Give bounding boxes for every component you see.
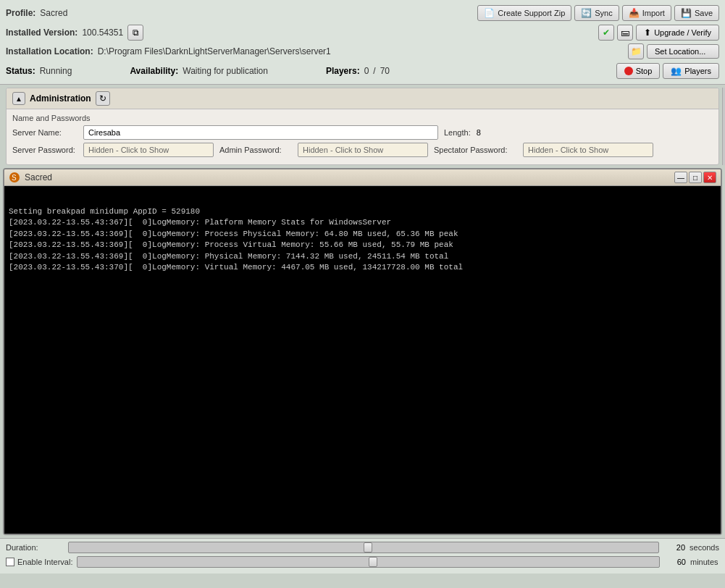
duration-value: 20 [663, 543, 685, 552]
upgrade-verify-label: Upgrade / Verify [654, 28, 711, 37]
toolbar-row: Profile: Sacred 📄 Create Support Zip 🔄 S… [6, 3, 719, 23]
spectator-password-label: Spectator Password: [434, 146, 517, 154]
console-line: [2023.03.22-13.55.43:370][ 0]LogMemory: … [9, 262, 716, 273]
console-line: [2023.03.22-13.55.43:369][ 0]LogMemory: … [9, 240, 716, 251]
admin-password-label: Admin Password: [219, 146, 292, 154]
console-window: S Sacred — □ ✕ Setting breakpad minidump… [3, 168, 722, 535]
duration-slider[interactable] [68, 542, 659, 553]
console-title-text: Sacred [25, 172, 52, 182]
length-value: 8 [477, 128, 481, 137]
copy-version-button[interactable]: ⧉ [127, 25, 143, 41]
length-label: Length: [444, 128, 471, 137]
sync-button[interactable]: 🔄 Sync [574, 5, 619, 21]
section-title: Name and Passwords [12, 114, 713, 122]
upgrade-icon: ⬆ [644, 28, 651, 38]
enable-interval-checkbox[interactable] [6, 558, 14, 566]
save-label: Save [695, 9, 713, 17]
admin-password-input[interactable] [298, 143, 428, 157]
status-row: Status: Running Availability: Waiting fo… [6, 61, 719, 81]
upgrade-verify-button[interactable]: ⬆ Upgrade / Verify [636, 25, 719, 41]
duration-unit: seconds [690, 543, 719, 552]
bottom-controls: Duration: 20 seconds Enable Interval: 60… [0, 538, 725, 574]
stop-icon [624, 67, 633, 75]
maximize-button[interactable]: □ [689, 172, 702, 183]
players-separator: / [373, 66, 375, 76]
drive-icon: 🖴 [617, 25, 633, 41]
status-value: Running [40, 66, 72, 76]
admin-title: Administration [30, 93, 91, 104]
availability-label: Availability: [130, 66, 178, 76]
interval-slider[interactable] [77, 556, 660, 568]
players-btn-label: Players [684, 67, 711, 75]
profile-section: Profile: Sacred [6, 8, 67, 18]
installed-version-row: Installed Version: 100.54351 ⧉ ✔ 🖴 ⬆ Upg… [6, 23, 719, 42]
refresh-button[interactable]: ↻ [96, 91, 110, 106]
enable-interval-label: Enable Interval: [17, 558, 72, 566]
set-location-button[interactable]: Set Location... [647, 44, 719, 59]
installed-version-value: 100.54351 [82, 28, 123, 38]
sync-icon: 🔄 [581, 8, 592, 18]
players-max: 70 [380, 66, 390, 76]
import-button[interactable]: 📥 Import [622, 5, 671, 21]
create-support-label: Create Support Zip [498, 9, 565, 17]
save-button[interactable]: 💾 Save [674, 5, 719, 21]
duration-label: Duration: [6, 543, 64, 552]
profile-value: Sacred [40, 8, 67, 18]
server-name-label: Server Name: [12, 128, 77, 137]
interval-value: 60 [664, 558, 686, 566]
top-panel: Profile: Sacred 📄 Create Support Zip 🔄 S… [0, 0, 725, 85]
console-app-icon: S [9, 172, 20, 183]
players-current: 0 [364, 66, 369, 76]
create-support-icon: 📄 [484, 8, 495, 18]
console-line: Setting breakpad minidump AppID = 529180 [9, 206, 716, 217]
create-support-button[interactable]: 📄 Create Support Zip [477, 5, 571, 21]
save-icon: 💾 [681, 8, 692, 18]
admin-content: Name and Passwords Server Name: Length: … [7, 109, 718, 164]
passwords-row: Server Password: Admin Password: Spectat… [12, 143, 713, 157]
import-label: Import [642, 9, 665, 17]
status-label: Status: [6, 66, 35, 76]
status-section: Status: Running [6, 66, 72, 76]
interval-unit: minutes [690, 558, 719, 566]
admin-scrollbar[interactable] [722, 88, 725, 165]
players-button[interactable]: 👥 Players [663, 63, 719, 79]
enable-interval-checkbox-row: Enable Interval: [6, 558, 72, 566]
server-name-row: Server Name: Length: 8 [12, 125, 713, 140]
minimize-button[interactable]: — [674, 172, 687, 183]
admin-area: ▲ Administration ↻ Name and Passwords Se… [3, 88, 722, 165]
stop-button[interactable]: Stop [616, 63, 661, 79]
console-title-left: S Sacred [9, 172, 52, 183]
verify-check-icon: ✔ [598, 25, 614, 41]
players-icon: 👥 [671, 66, 682, 76]
server-password-input[interactable] [83, 143, 214, 157]
players-section: Players: 0 / 70 [326, 66, 390, 76]
availability-section: Availability: Waiting for publication [130, 66, 268, 76]
admin-header: ▲ Administration ↻ [7, 88, 718, 109]
folder-icon[interactable]: 📁 [628, 43, 644, 59]
console-body: Setting breakpad minidump AppID = 529180… [4, 186, 721, 534]
stop-label: Stop [636, 67, 653, 75]
console-line: [2023.03.22-13.55.43:367][ 0]LogMemory: … [9, 217, 716, 228]
interval-thumb [369, 557, 377, 567]
close-button[interactable]: ✕ [703, 172, 716, 183]
console-line: [2023.03.22-13.55.43:369][ 0]LogMemory: … [9, 251, 716, 262]
installation-location-value: D:\Program Files\DarknLightServerManager… [98, 46, 331, 56]
sync-label: Sync [595, 9, 612, 17]
players-label: Players: [326, 66, 360, 76]
duration-thumb [364, 542, 372, 553]
collapse-button[interactable]: ▲ [12, 92, 25, 105]
console-line: [2023.03.22-13.55.43:369][ 0]LogMemory: … [9, 229, 716, 240]
profile-label: Profile: [6, 8, 35, 18]
console-titlebar: S Sacred — □ ✕ [4, 169, 721, 186]
svg-text:S: S [12, 174, 17, 182]
availability-value: Waiting for publication [183, 66, 268, 76]
spectator-password-input[interactable] [523, 143, 653, 157]
server-name-input[interactable] [83, 125, 438, 140]
installation-location-row: Installation Location: D:\Program Files\… [6, 42, 719, 61]
import-icon: 📥 [629, 8, 640, 18]
console-controls: — □ ✕ [674, 172, 716, 183]
toolbar-buttons: 📄 Create Support Zip 🔄 Sync 📥 Import 💾 S… [477, 5, 719, 21]
server-password-label: Server Password: [12, 146, 77, 154]
set-location-label: Set Location... [655, 47, 705, 56]
installation-location-label: Installation Location: [6, 46, 93, 56]
